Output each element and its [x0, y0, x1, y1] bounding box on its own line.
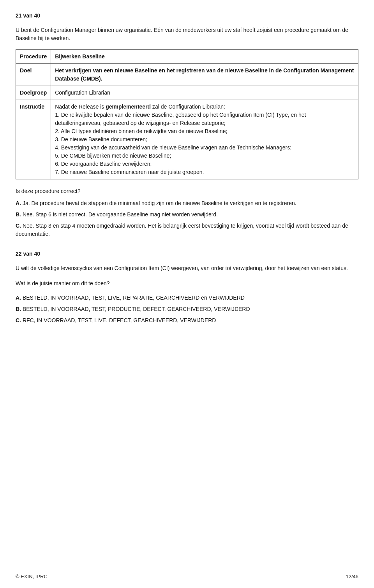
- q21-answer-c: C. Nee. Stap 3 en stap 4 moeten omgedraa…: [16, 222, 358, 238]
- table-row-doel: Doel Het verkrijgen van een nieuwe Basel…: [16, 64, 358, 86]
- question-21-header: 21 van 40: [16, 12, 358, 20]
- question-22-header: 22 van 40: [16, 250, 358, 258]
- row3-item-1: 1. De reikwijdte bepalen van de nieuwe B…: [55, 112, 306, 126]
- row1-content-text: Het verkrijgen van een nieuwe Baseline e…: [55, 67, 354, 82]
- table-row-instructie: Instructie Nadat de Release is geïmpleme…: [16, 100, 358, 179]
- row3-item-2: 2. Alle CI types definiëren binnen de re…: [55, 128, 227, 134]
- q21-answer-a-letter: A.: [16, 200, 23, 206]
- q21-answer-c-text: Nee. Stap 3 en stap 4 moeten omgedraaid …: [16, 223, 348, 237]
- q21-answer-a: A. Ja. De procedure bevat de stappen die…: [16, 199, 358, 207]
- row1-content: Het verkrijgen van een nieuwe Baseline e…: [51, 64, 358, 86]
- q21-intro: U bent de Configuration Manager binnen u…: [16, 26, 358, 42]
- col2-header: Bijwerken Baseline: [51, 50, 358, 64]
- q21-question: Is deze procedure correct?: [16, 187, 358, 195]
- q22-answer-a: A. BESTELD, IN VOORRAAD, TEST, LIVE, REP…: [16, 294, 358, 302]
- q22-answer-a-text: BESTELD, IN VOORRAAD, TEST, LIVE, REPARA…: [23, 295, 245, 301]
- q22-question: Wat is de juiste manier om dit te doen?: [16, 279, 358, 288]
- table-row-doelgroep: Doelgroep Configuration Librarian: [16, 86, 358, 100]
- q22-intro: U wilt de volledige levenscyclus van een…: [16, 264, 358, 272]
- table-header-row: Procedure Bijwerken Baseline: [16, 50, 358, 64]
- row3-item-4: 4. Bevestiging van de accuraatheid van d…: [55, 144, 291, 151]
- q21-answer-b: B. Nee. Stap 6 is niet correct. De voorg…: [16, 211, 358, 219]
- q22-answer-a-letter: A.: [16, 295, 23, 301]
- q21-answer-c-letter: C.: [16, 223, 23, 229]
- row2-content: Configuration Librarian: [51, 86, 358, 100]
- row3-content: Nadat de Release is geïmplementeerd zal …: [51, 100, 358, 179]
- col1-header: Procedure: [16, 50, 51, 64]
- row3-item-6: 6. De voorgaande Baseline verwijderen;: [55, 161, 152, 167]
- q22-answer-b-letter: B.: [16, 306, 23, 312]
- q22-answer-c: C. RFC, IN VOORRAAD, TEST, LIVE, DEFECT,…: [16, 316, 358, 325]
- procedure-table: Procedure Bijwerken Baseline Doel Het ve…: [16, 49, 358, 179]
- q21-answer-a-text: Ja. De procedure bevat de stappen die mi…: [23, 200, 296, 206]
- q21-answer-b-letter: B.: [16, 211, 23, 218]
- row2-label: Doelgroep: [16, 86, 51, 100]
- row3-item-7: 7. De nieuwe Baseline communiceren naar …: [55, 169, 204, 175]
- row3-item-3: 3. De nieuwe Baseline documenteren;: [55, 136, 147, 142]
- q22-answer-c-letter: C.: [16, 317, 23, 323]
- q22-answer-b: B. BESTELD, IN VOORRAAD, TEST, PRODUCTIE…: [16, 305, 358, 313]
- q22-answer-c-text: RFC, IN VOORRAAD, TEST, LIVE, DEFECT, GE…: [23, 317, 216, 323]
- row3-label: Instructie: [16, 100, 51, 179]
- q21-answer-b-text: Nee. Stap 6 is niet correct. De voorgaan…: [23, 211, 218, 218]
- row1-label: Doel: [16, 64, 51, 86]
- row3-item-5: 5. De CMDB bijwerken met de nieuwe Basel…: [55, 153, 171, 159]
- row3-intro: Nadat de Release is geïmplementeerd zal …: [55, 104, 225, 110]
- q22-answer-b-text: BESTELD, IN VOORRAAD, TEST, PRODUCTIE, D…: [23, 306, 250, 312]
